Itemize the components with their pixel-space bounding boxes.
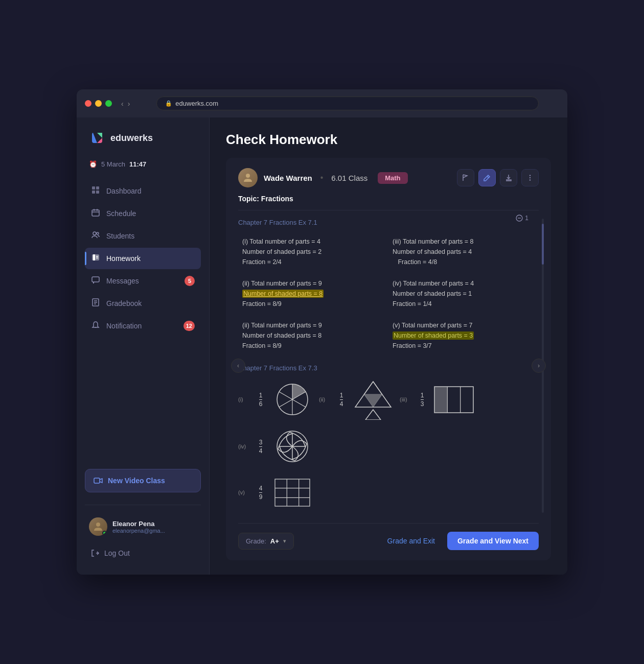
- notification-icon: [91, 321, 100, 331]
- homework-label: Homework: [106, 254, 141, 263]
- logout-icon: [91, 549, 99, 557]
- figure-iv-den: 4: [259, 447, 263, 455]
- students-label: Students: [106, 232, 134, 240]
- sidebar-item-homework[interactable]: Homework: [85, 248, 201, 269]
- close-traffic-light[interactable]: [85, 100, 91, 107]
- separator: •: [320, 173, 324, 182]
- fraction-item-iv: (iv) Total number of parts = 4 Number of…: [388, 275, 539, 312]
- time-text: 11:47: [129, 160, 146, 168]
- browser-nav-arrows: ‹ ›: [121, 100, 130, 108]
- user-avatar: [89, 517, 107, 536]
- svg-point-21: [96, 523, 100, 527]
- svg-rect-14: [92, 277, 99, 282]
- new-video-class-button[interactable]: New Video Class: [85, 469, 201, 492]
- svg-rect-11: [93, 254, 95, 260]
- figure-iv-shape: [272, 426, 313, 467]
- download-button[interactable]: [500, 169, 517, 186]
- figure-item-v: (v) 4 9: [238, 472, 539, 513]
- figure-item-iv: (iv) 3 4: [238, 426, 313, 467]
- browser-bar: ‹ › 🔒 eduwerks.com: [77, 89, 567, 117]
- messages-label: Messages: [106, 277, 139, 285]
- online-indicator: [102, 531, 107, 535]
- figure-i-shape: [272, 379, 313, 420]
- edit-button[interactable]: [478, 169, 496, 186]
- traffic-lights: [85, 100, 112, 107]
- chapter1-label: Chapter 7 Fractions Ex 7.1: [238, 219, 539, 226]
- grade-and-view-next-button[interactable]: Grade and View Next: [447, 532, 539, 550]
- grade-and-exit-button[interactable]: Grade and Exit: [381, 533, 441, 549]
- svg-rect-4: [92, 210, 99, 216]
- svg-rect-2: [92, 191, 95, 194]
- figure-v-shape: [272, 472, 313, 513]
- fraction-iib-shaded: Number of shaded parts = 8: [242, 330, 384, 341]
- figures-section: (i) 1 6: [238, 379, 539, 513]
- figure-iii-den: 3: [421, 400, 424, 408]
- browser-window: ‹ › 🔒 eduwerks.com eduwerks ⏰ 5 March: [77, 89, 567, 575]
- messages-icon: [91, 276, 100, 286]
- main-content: Check Homework Wade Warren • 6.01 Class …: [210, 117, 567, 575]
- sidebar-item-dashboard[interactable]: Dashboard: [85, 180, 201, 202]
- bottom-bar: Grade: A+ ▾ Grade and Exit Grade and Vie…: [238, 523, 539, 550]
- fraction-iv-shaded: Number of shaded parts = 1: [393, 289, 535, 299]
- header-actions: [457, 169, 539, 186]
- dashboard-icon: [91, 186, 100, 196]
- sidebar-item-messages[interactable]: Messages 5: [85, 270, 201, 292]
- fraction-iib-value: Fraction = 8/9: [242, 341, 384, 351]
- fraction-v-value: Fraction = 3/7: [393, 341, 535, 351]
- grade-value: A+: [270, 537, 279, 545]
- sidebar-item-schedule[interactable]: Schedule: [85, 203, 201, 224]
- logout-label: Log Out: [104, 549, 130, 557]
- grade-label: Grade:: [246, 537, 266, 545]
- svg-point-27: [530, 177, 531, 178]
- video-camera-icon: [94, 476, 103, 485]
- topic-row: Topic: Fractions: [238, 195, 539, 210]
- scrollbar-thumb: [542, 224, 544, 265]
- dashboard-label: Dashboard: [106, 187, 142, 195]
- svg-point-8: [93, 232, 96, 235]
- fractions-col-left: (i) Total number of parts = 4 Number of …: [238, 233, 388, 354]
- sidebar-item-notification[interactable]: Notification 12: [85, 315, 201, 337]
- figure-iv-fraction: 3 4: [255, 439, 267, 455]
- figure-i-fraction: 1 6: [255, 392, 267, 408]
- figure-iii-num: 1: [421, 392, 424, 400]
- fraction-iii-value: Fraction = 4/8: [393, 257, 535, 267]
- students-icon: [91, 231, 100, 241]
- fraction-i-value: Fraction = 2/4: [242, 257, 384, 267]
- sidebar-item-gradebook[interactable]: Gradebook: [85, 293, 201, 314]
- student-name: Wade Warren: [264, 174, 312, 182]
- maximize-traffic-light[interactable]: [105, 100, 112, 107]
- logout-button[interactable]: Log Out: [85, 544, 201, 562]
- lock-icon: 🔒: [165, 100, 172, 107]
- scroll-right-button[interactable]: ›: [532, 359, 546, 373]
- more-button[interactable]: [521, 169, 539, 186]
- url-bar[interactable]: 🔒 eduwerks.com: [156, 97, 539, 110]
- class-name: 6.01 Class: [331, 174, 367, 182]
- logo-text: eduwerks: [110, 133, 153, 144]
- scroll-left-button[interactable]: ‹: [231, 359, 245, 373]
- datetime: ⏰ 5 March 11:47: [85, 160, 201, 168]
- figure-i-num: 1: [259, 392, 263, 400]
- minimize-traffic-light[interactable]: [95, 100, 102, 107]
- fractions-grid: (i) Total number of parts = 4 Number of …: [238, 233, 539, 354]
- fraction-iv-text: (iv) Total number of parts = 4: [393, 278, 535, 289]
- figure-i-den: 6: [259, 400, 263, 408]
- sidebar-item-students[interactable]: Students: [85, 225, 201, 247]
- figure-item-i: (i) 1 6: [238, 379, 313, 420]
- sidebar-footer: Eleanor Pena eleanorpena@gma... Log Out: [85, 505, 201, 562]
- grade-selector[interactable]: Grade: A+ ▾: [238, 533, 294, 550]
- homework-card: Wade Warren • 6.01 Class Math: [226, 158, 551, 560]
- fraction-item-ii: (ii) Total number of parts = 9 Number of…: [238, 275, 388, 312]
- fraction-ii-text: (ii) Total number of parts = 9: [242, 278, 384, 289]
- forward-arrow[interactable]: ›: [128, 100, 130, 108]
- figure-v-fraction: 4 9: [255, 485, 267, 501]
- svg-line-40: [364, 382, 374, 394]
- comment-badge: 1: [516, 215, 528, 222]
- card-header: Wade Warren • 6.01 Class Math: [238, 168, 539, 187]
- homework-content: ‹ › Chapter 7 Fractions Ex 7.1 (i) Total…: [238, 219, 539, 513]
- user-email: eleanorpena@gma...: [112, 528, 197, 534]
- back-arrow[interactable]: ‹: [121, 100, 124, 108]
- flag-button[interactable]: [457, 169, 474, 186]
- figure-ii-label: (ii): [319, 396, 330, 402]
- nav-items: Dashboard Schedule: [85, 180, 201, 461]
- figure-ii-shape: [353, 379, 394, 420]
